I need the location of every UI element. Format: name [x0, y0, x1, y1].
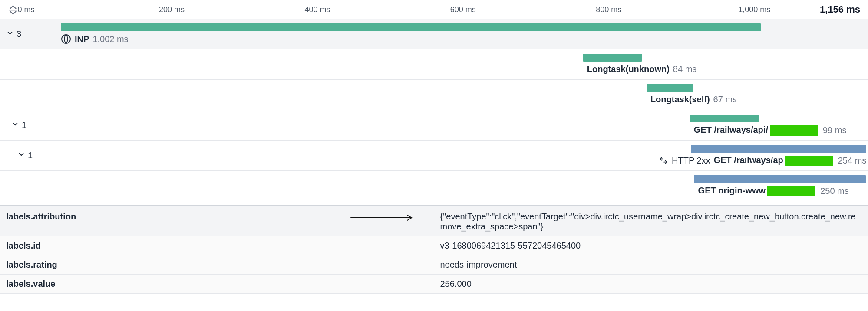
details-key: labels.value [0, 275, 434, 294]
globe-icon [61, 34, 71, 44]
http-response-icon [659, 156, 668, 165]
row-gutter [0, 80, 65, 110]
span-bar[interactable] [61, 23, 761, 31]
annotation-arrow-icon [350, 213, 415, 223]
span-duration: 1,002 ms [92, 34, 128, 44]
chevron-down-icon[interactable] [11, 120, 19, 130]
span-row-inp[interactable]: 3 INP 1,002 ms [0, 19, 868, 49]
redacted-block [770, 125, 818, 136]
row-gutter [0, 49, 65, 79]
span-bar[interactable] [647, 84, 693, 92]
redacted-block [785, 156, 833, 166]
row-gutter: 1 [0, 141, 69, 170]
details-row: labels.ratingneeds-improvement [0, 255, 868, 275]
row-lane: GET origin-www 250 ms [74, 171, 868, 201]
row-gutter: 1 [0, 110, 65, 140]
span-title: GET origin-www [698, 186, 817, 196]
ruler-tick: 800 ms [596, 5, 621, 14]
details-value: v3-1680069421315-5572045465400 [434, 236, 868, 255]
details-value: needs-improvement [434, 255, 868, 275]
span-duration: 250 ms [820, 186, 849, 196]
row-lane: Longtask(unknown) 84 ms [65, 49, 868, 79]
span-bar[interactable] [583, 54, 642, 62]
row-lane: Longtask(self) 67 ms [65, 80, 868, 110]
details-key: labels.attribution [0, 207, 434, 236]
details-row: labels.attribution{"eventType":"click","… [0, 207, 868, 236]
ruler-tick: 400 ms [304, 5, 330, 14]
chevron-down-icon[interactable] [17, 151, 25, 160]
span-bar[interactable] [691, 145, 867, 153]
span-title: GET /railways/ap [714, 155, 835, 166]
ruler-ticks: 0 ms200 ms400 ms600 ms800 ms1,000 ms1,15… [26, 0, 868, 19]
row-lane: GET /railways/api/ 99 ms [65, 110, 868, 140]
redacted-block [767, 186, 815, 196]
details-key: labels.rating [0, 255, 434, 275]
span-duration: 84 ms [673, 64, 696, 74]
trace-waterfall: 3 INP 1,002 ms Longtask(unknown) 84 ms [0, 19, 868, 201]
row-lane: INP 1,002 ms [61, 19, 868, 49]
child-count: 1 [22, 120, 26, 130]
details-value: 256.000 [434, 275, 868, 294]
span-row-longtask-unknown[interactable]: Longtask(unknown) 84 ms [0, 49, 868, 80]
ruler-tick: 200 ms [159, 5, 185, 14]
span-row-http-get-railways-ap[interactable]: 1 HTTP 2xx GET /railways/ap 254 ms [0, 141, 868, 171]
span-details-table: labels.attribution{"eventType":"click","… [0, 207, 868, 294]
span-duration: 254 ms [838, 156, 867, 166]
span-title: Longtask(self) [650, 95, 710, 105]
span-title: GET /railways/api/ [694, 125, 819, 136]
child-count: 1 [28, 151, 33, 160]
ruler-total: 1,156 ms [820, 4, 868, 15]
ruler-tick: 600 ms [450, 5, 476, 14]
ruler-tick: 0 ms [17, 5, 34, 14]
span-title: INP [75, 34, 89, 44]
span-row-get-railways-api[interactable]: 1 GET /railways/api/ 99 ms [0, 110, 868, 141]
span-bar[interactable] [694, 175, 865, 183]
span-row-longtask-self[interactable]: Longtask(self) 67 ms [0, 80, 868, 110]
span-duration: 99 ms [823, 125, 846, 135]
row-gutter [0, 171, 74, 201]
span-title: Longtask(unknown) [587, 64, 670, 74]
ruler-tick: 1,000 ms [738, 5, 770, 14]
timeline-ruler: 0 ms200 ms400 ms600 ms800 ms1,000 ms1,15… [0, 0, 868, 19]
row-lane: HTTP 2xx GET /railways/ap 254 ms [69, 141, 868, 170]
row-gutter: 3 [0, 19, 61, 49]
details-row: labels.idv3-1680069421315-5572045465400 [0, 236, 868, 255]
collapse-icon [7, 4, 19, 15]
span-duration: 67 ms [713, 95, 737, 105]
details-key: labels.id [0, 236, 434, 255]
chevron-down-icon[interactable] [6, 29, 14, 39]
details-value: {"eventType":"click","eventTarget":"div>… [434, 207, 868, 236]
span-bar[interactable] [690, 115, 759, 122]
span-row-get-origin-www[interactable]: GET origin-www 250 ms [0, 171, 868, 201]
child-count[interactable]: 3 [17, 29, 21, 39]
details-row: labels.value256.000 [0, 275, 868, 294]
http-status: HTTP 2xx [672, 156, 710, 166]
